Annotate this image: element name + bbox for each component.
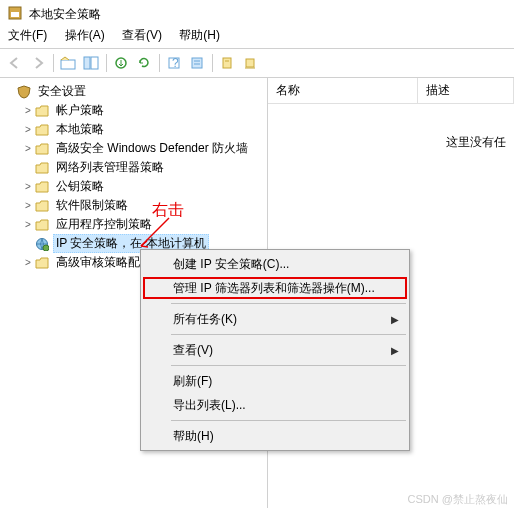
menu-file[interactable]: 文件(F) [8,28,47,42]
twisty-icon[interactable]: > [22,257,34,268]
menu-separator [171,303,406,304]
twisty-icon[interactable]: > [22,181,34,192]
context-menu-item[interactable]: 创建 IP 安全策略(C)... [143,252,407,276]
tree-item-label: 高级安全 Windows Defender 防火墙 [53,139,251,158]
menu-separator [171,420,406,421]
help-button[interactable]: ? [163,52,185,74]
svg-rect-13 [246,59,254,67]
window-title: 本地安全策略 [29,7,101,21]
context-menu: 创建 IP 安全策略(C)...管理 IP 筛选器列表和筛选器操作(M)...所… [140,249,410,451]
tree-item[interactable]: 网络列表管理器策略 [2,158,265,177]
svg-rect-2 [61,60,75,69]
refresh-button[interactable] [133,52,155,74]
title-bar: 本地安全策略 [0,0,514,25]
show-hide-button[interactable] [80,52,102,74]
toolbar-sep [53,54,54,72]
folder-icon [34,103,50,119]
tree-root-label: 安全设置 [35,82,89,101]
folder-icon [34,217,50,233]
tree-item[interactable]: >高级安全 Windows Defender 防火墙 [2,139,265,158]
menu-separator [171,365,406,366]
svg-rect-11 [223,58,231,68]
svg-rect-4 [91,57,98,69]
column-name[interactable]: 名称 [268,78,418,103]
context-menu-item-label: 创建 IP 安全策略(C)... [173,256,289,273]
svg-rect-3 [84,57,90,69]
toolbar-sep [212,54,213,72]
toolbar-sep [106,54,107,72]
context-menu-item-label: 查看(V) [173,342,213,359]
twisty-icon[interactable]: > [22,143,34,154]
tree-item-label: 网络列表管理器策略 [53,158,167,177]
column-desc[interactable]: 描述 [418,78,514,103]
shield-icon [16,84,32,100]
annotation-arrow-icon [135,216,175,252]
svg-text:?: ? [172,56,179,70]
menu-action[interactable]: 操作(A) [65,28,105,42]
tree-item[interactable]: >本地策略 [2,120,265,139]
menu-help[interactable]: 帮助(H) [179,28,220,42]
toolbar: ? [0,48,514,78]
context-menu-item-label: 帮助(H) [173,428,214,445]
forward-button[interactable] [27,52,49,74]
back-button[interactable] [4,52,26,74]
tree-item-label: 软件限制策略 [53,196,131,215]
context-menu-item-label: 刷新(F) [173,373,212,390]
watermark: CSDN @禁止熬夜仙 [408,492,508,507]
tree-item-label: 本地策略 [53,120,107,139]
twisty-icon[interactable]: > [22,105,34,116]
svg-point-15 [43,245,49,251]
context-menu-item-label: 导出列表(L)... [173,397,246,414]
tree-item[interactable]: >公钥策略 [2,177,265,196]
menu-separator [171,334,406,335]
svg-rect-1 [11,12,19,17]
context-menu-item[interactable]: 管理 IP 筛选器列表和筛选器操作(M)... [143,276,407,300]
folder-up-button[interactable] [57,52,79,74]
folder-icon [34,160,50,176]
tree-root[interactable]: 安全设置 [2,82,265,101]
context-menu-item[interactable]: 刷新(F) [143,369,407,393]
properties-button[interactable] [186,52,208,74]
tree-item-label: 帐户策略 [53,101,107,120]
tree-item[interactable]: >应用程序控制策略 [2,215,265,234]
list-empty-text: 这里没有任 [268,104,514,181]
context-menu-item[interactable]: 所有任务(K)▶ [143,307,407,331]
twisty-icon[interactable]: > [22,200,34,211]
menu-view[interactable]: 查看(V) [122,28,162,42]
context-menu-item-label: 所有任务(K) [173,311,237,328]
folder-icon [34,179,50,195]
list-header: 名称 描述 [268,78,514,104]
twisty-icon[interactable]: > [22,219,34,230]
toolbar-sep [159,54,160,72]
folder-icon [34,255,50,271]
submenu-arrow-icon: ▶ [391,345,399,356]
app-icon [8,6,22,23]
twisty-icon[interactable]: > [22,124,34,135]
context-menu-item[interactable]: 帮助(H) [143,424,407,448]
menu-bar: 文件(F) 操作(A) 查看(V) 帮助(H) [0,25,514,48]
folder-icon [34,122,50,138]
svg-rect-8 [192,58,202,68]
folder-icon [34,141,50,157]
tree-item[interactable]: >软件限制策略 [2,196,265,215]
tree-item[interactable]: >帐户策略 [2,101,265,120]
context-menu-item[interactable]: 查看(V)▶ [143,338,407,362]
context-menu-item-label: 管理 IP 筛选器列表和筛选器操作(M)... [173,280,375,297]
export-button[interactable] [110,52,132,74]
option1-button[interactable] [216,52,238,74]
folder-icon [34,198,50,214]
context-menu-item[interactable]: 导出列表(L)... [143,393,407,417]
tree-item-label: 公钥策略 [53,177,107,196]
option2-button[interactable] [239,52,261,74]
submenu-arrow-icon: ▶ [391,314,399,325]
globe-icon [34,236,50,252]
